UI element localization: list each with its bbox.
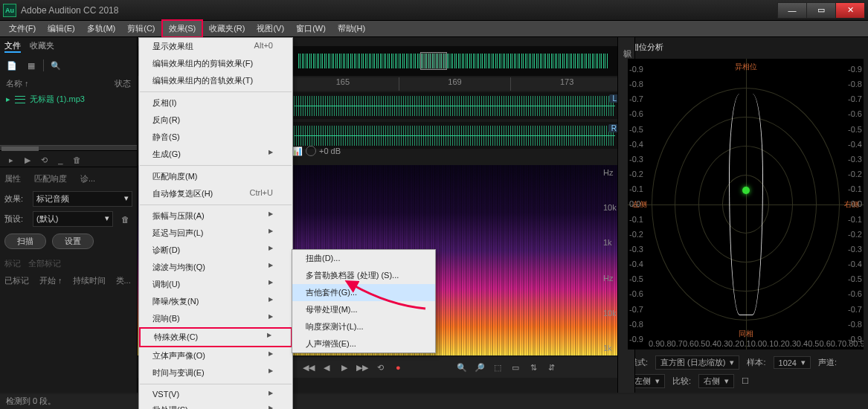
trash-icon[interactable]: 🗑 xyxy=(70,155,83,165)
time-ruler[interactable]: 165169173 xyxy=(286,77,623,91)
waveform-right[interactable]: R dB-3-6-∞-6-3 xyxy=(286,122,623,149)
tab-files[interactable]: 文件 xyxy=(4,40,21,53)
menu-6[interactable]: 视图(V) xyxy=(251,21,290,36)
files-tabs[interactable]: 文件 收藏夹 xyxy=(0,37,137,56)
titlebar: Au Adobe Audition CC 2018 — ▭ ✕ xyxy=(0,0,868,21)
delete-preset-icon[interactable]: 🗑 xyxy=(118,213,132,226)
new-multitrack-icon[interactable]: ▦ xyxy=(24,59,39,72)
fx-label: 效果: xyxy=(4,193,28,204)
close-button[interactable]: ✕ xyxy=(835,2,865,19)
menu-7[interactable]: 窗口(W) xyxy=(290,21,332,36)
submenu-item[interactable]: 响度探测计(L)... xyxy=(292,318,435,335)
waveform-left[interactable]: L dB-3-6-∞-6-3 xyxy=(286,92,623,119)
settings-button[interactable]: 设置 xyxy=(52,234,94,249)
zoom-out-v-icon[interactable]: ⇵ xyxy=(544,361,559,374)
phase-dot xyxy=(742,187,750,194)
menu-item[interactable]: 显示效果组Alt+0 xyxy=(139,38,292,55)
menu-item[interactable]: 批处理(S) xyxy=(139,402,292,409)
gain-control[interactable]: 📊+0 dB xyxy=(292,146,341,156)
zoom-full-icon[interactable]: ⬚ xyxy=(490,361,505,374)
zoom-out-icon[interactable]: 🔎 xyxy=(472,361,487,374)
menu-item[interactable]: 反向(R) xyxy=(139,112,292,129)
tab-mark[interactable]: 标记 xyxy=(4,258,21,269)
menu-1[interactable]: 编辑(E) xyxy=(42,21,81,36)
mini-scrollbar[interactable] xyxy=(0,145,137,151)
submenu-item[interactable]: 多普勒换档器 (处理) (S)... xyxy=(292,267,435,284)
forward-button[interactable]: ▶ xyxy=(337,361,352,374)
menu-item[interactable]: 生成(G) xyxy=(139,146,292,163)
submenu-item[interactable]: 人声增强(E)... xyxy=(292,335,435,352)
fx-combo[interactable]: 标记音频▾ xyxy=(33,191,132,207)
zoom-sel-icon[interactable]: ▭ xyxy=(508,361,523,374)
special-effects-submenu[interactable]: 扭曲(D)...多普勒换档器 (处理) (S)...吉他套件(G)...母带处理… xyxy=(292,249,436,353)
menu-item[interactable]: VST(V) xyxy=(139,387,292,402)
compare-label: 比较: xyxy=(672,376,691,387)
menu-0[interactable]: 文件(F) xyxy=(3,21,42,36)
menu-item[interactable]: 匹配响度(M) xyxy=(139,168,292,185)
scan-button[interactable]: 扫描 xyxy=(4,234,46,249)
maximize-button[interactable]: ▭ xyxy=(806,2,836,19)
col-status[interactable]: 状态 xyxy=(115,78,131,89)
submenu-item[interactable]: 吉他套件(G)... xyxy=(292,284,435,301)
phase-top-label: 异相位 xyxy=(735,62,757,72)
menu-item[interactable]: 调制(U) xyxy=(139,276,292,293)
mode-combo[interactable]: 直方图 (日志缩放)▾ xyxy=(655,355,739,370)
minimize-button[interactable]: — xyxy=(777,2,807,19)
tab-favorites[interactable]: 收藏夹 xyxy=(30,40,54,53)
record-button[interactable]: ● xyxy=(390,361,405,374)
zoom-in-v-icon[interactable]: ⇅ xyxy=(526,361,541,374)
menu-4[interactable]: 效果(S) xyxy=(161,19,204,38)
menu-item[interactable]: 时间与变调(E) xyxy=(139,364,292,381)
effects-menu[interactable]: 显示效果组Alt+0编辑效果组内的剪辑效果(F)编辑效果组内的音轨效果(T)反相… xyxy=(138,37,293,409)
submenu-item[interactable]: 母带处理(M)... xyxy=(292,301,435,318)
loop-icon[interactable]: ⟲ xyxy=(37,155,51,165)
next-button[interactable]: ▶▶ xyxy=(355,361,370,374)
menu-item[interactable]: 编辑效果组内的剪辑效果(F) xyxy=(139,55,292,72)
open-file-icon[interactable]: 📄 xyxy=(4,59,19,72)
tab-props[interactable]: 属性 xyxy=(4,173,21,184)
submenu-item[interactable]: 扭曲(D)... xyxy=(292,250,435,267)
play-icon[interactable]: ▶ xyxy=(21,155,34,165)
mark-columns: 已标记开始 ↑持续时间类... xyxy=(4,272,132,289)
expand-icon[interactable]: ▸ xyxy=(6,94,10,104)
tab-loudness[interactable]: 匹配响度 xyxy=(34,173,67,184)
menu-item[interactable]: 反相(I) xyxy=(139,94,292,112)
preset-combo[interactable]: (默认)▾ xyxy=(33,211,113,227)
menubar: 文件(F)编辑(E)多轨(M)剪辑(C)效果(S)收藏夹(R)视图(V)窗口(W… xyxy=(0,21,868,37)
menu-item[interactable]: 振幅与压限(A) xyxy=(139,207,292,225)
menu-item[interactable]: 降噪/恢复(N) xyxy=(139,293,292,310)
tab-allmarks[interactable]: 全部标记 xyxy=(28,258,61,269)
zoom-in-icon[interactable]: 🔍 xyxy=(454,361,469,374)
menu-item[interactable]: 特殊效果(C) xyxy=(139,327,292,347)
phase-bottom-label: 同相 xyxy=(739,329,753,339)
sample-combo[interactable]: 1024▾ xyxy=(774,356,811,369)
left-panel: 文件 收藏夹 📄 ▦ 🔍 名称 ↑ 状态 ▸ 无标题 (1).mp3 ▸▶⟲⎯🗑… xyxy=(0,37,138,393)
tab-diag[interactable]: 诊... xyxy=(80,173,95,184)
menu-3[interactable]: 剪辑(C) xyxy=(121,21,161,36)
prev-button[interactable]: ◀◀ xyxy=(301,361,316,374)
menu-8[interactable]: 帮助(H) xyxy=(332,21,371,36)
phase-scope[interactable]: 异相位 左侧 右侧 同相 -0.9-0.8-0.7-0.6-0.5-0.4-0.… xyxy=(628,59,864,350)
menu-item[interactable]: 诊断(D) xyxy=(139,242,292,259)
menu-item[interactable]: 编辑效果组内的音轨效果(T) xyxy=(139,72,292,89)
app-title: Adobe Audition CC 2018 xyxy=(21,5,778,16)
phase-title: 相位分析 xyxy=(623,37,868,57)
rewind-button[interactable]: ◀ xyxy=(319,361,334,374)
search-icon[interactable]: 🔍 xyxy=(48,59,63,72)
overview-selection[interactable] xyxy=(420,52,447,70)
compare-combo[interactable]: 右侧▾ xyxy=(698,374,734,388)
link-checkbox[interactable]: ☐ xyxy=(742,376,749,386)
menu-item[interactable]: 混响(B) xyxy=(139,310,292,327)
loop-button[interactable]: ⟲ xyxy=(373,361,388,374)
menu-item[interactable]: 滤波与均衡(Q) xyxy=(139,259,292,276)
menu-item[interactable]: 延迟与回声(L) xyxy=(139,225,292,242)
menu-5[interactable]: 收藏夹(R) xyxy=(203,21,251,36)
gain-knob[interactable] xyxy=(306,146,316,156)
menu-2[interactable]: 多轨(M) xyxy=(81,21,122,36)
col-name[interactable]: 名称 ↑ xyxy=(6,78,29,89)
file-row[interactable]: ▸ 无标题 (1).mp3 xyxy=(0,91,137,108)
menu-item[interactable]: 自动修复选区(H)Ctrl+U xyxy=(139,185,292,202)
menu-item[interactable]: 静音(S) xyxy=(139,129,292,146)
phase-needle xyxy=(745,94,747,315)
menu-item[interactable]: 立体声声像(O) xyxy=(139,347,292,364)
